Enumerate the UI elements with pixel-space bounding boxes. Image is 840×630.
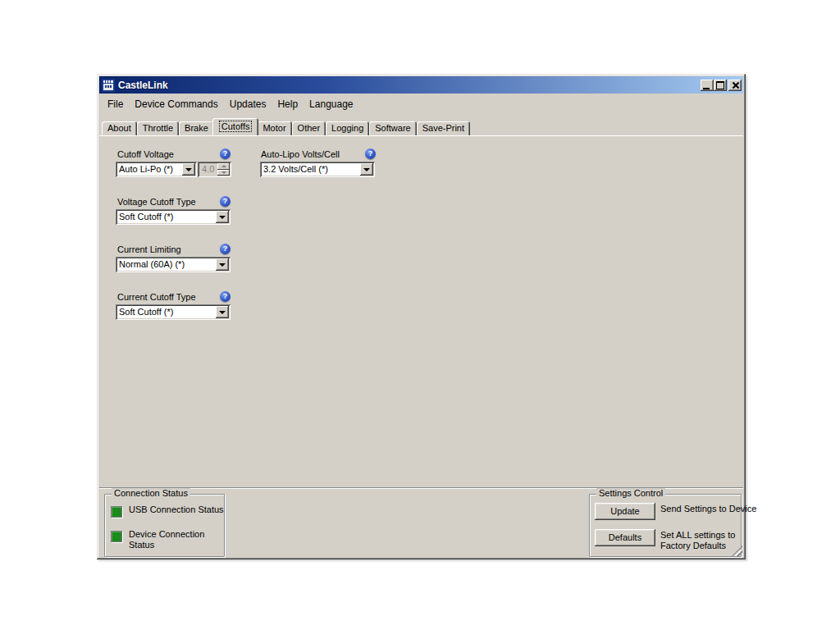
tab-brake[interactable]: Brake	[179, 121, 214, 135]
tab-other[interactable]: Other	[292, 121, 326, 135]
maximize-icon	[716, 81, 724, 89]
cutoff-voltage-help-icon[interactable]: ?	[220, 148, 231, 159]
current-cutoff-type-combo[interactable]: Soft Cutoff (*)	[116, 304, 231, 320]
current-limiting-dropdown-button[interactable]	[216, 258, 229, 271]
voltage-cutoff-type-label: Voltage Cutoff Type	[117, 197, 196, 207]
tab-about[interactable]: About	[102, 121, 137, 135]
defaults-description: Set ALL settings to Factory Defaults	[660, 530, 757, 551]
spinner-down-button[interactable]	[217, 170, 230, 176]
current-cutoff-type-value: Soft Cutoff (*)	[119, 307, 214, 317]
titlebar[interactable]: CastleLink	[99, 76, 743, 94]
current-cutoff-type-help-icon[interactable]: ?	[220, 291, 231, 302]
voltage-cutoff-type-dropdown-button[interactable]	[216, 211, 229, 223]
cutoff-voltage-combo[interactable]: Auto Li-Po (*)	[116, 162, 197, 177]
menu-updates[interactable]: Updates	[224, 96, 272, 112]
settings-control-group: Settings Control Update Send Settings to…	[589, 494, 742, 557]
close-button[interactable]	[728, 80, 742, 91]
tab-baseline	[99, 135, 743, 136]
menu-language[interactable]: Language	[304, 96, 358, 112]
minimize-icon	[703, 88, 710, 89]
tab-strip: About Throttle Brake Cutoffs Motor Other…	[102, 118, 741, 135]
chevron-down-icon	[185, 168, 192, 171]
device-connection-led	[111, 531, 122, 542]
window-title: CastleLink	[118, 80, 701, 91]
auto-lipo-help-icon[interactable]: ?	[365, 148, 376, 159]
tab-software[interactable]: Software	[369, 121, 416, 135]
arrow-down-icon	[221, 171, 226, 174]
castlelink-window: CastleLink File Device Commands Updates …	[97, 74, 746, 559]
spinner-up-button[interactable]	[217, 163, 230, 170]
connection-status-group: Connection Status USB Connection Status …	[104, 494, 225, 557]
tab-throttle[interactable]: Throttle	[137, 121, 179, 135]
spinner-buttons	[217, 163, 230, 176]
device-connection-label: Device Connection Status	[129, 529, 227, 550]
tab-cutoffs[interactable]: Cutoffs	[212, 118, 259, 135]
tab-motor[interactable]: Motor	[257, 121, 291, 135]
cutoff-voltage-dropdown-button[interactable]	[182, 163, 195, 176]
chevron-down-icon	[219, 216, 226, 219]
minimize-button[interactable]	[701, 80, 714, 91]
close-icon	[732, 81, 739, 89]
menu-bar: File Device Commands Updates Help Langua…	[99, 94, 743, 113]
update-description: Send Settings to Device	[660, 504, 757, 514]
update-button[interactable]: Update	[595, 503, 655, 520]
current-limiting-value: Normal (60A) (*)	[119, 259, 214, 269]
usb-connection-led	[111, 506, 122, 518]
current-limiting-combo[interactable]: Normal (60A) (*)	[116, 257, 231, 272]
voltage-cutoff-type-help-icon[interactable]: ?	[220, 196, 231, 207]
tab-cutoffs-label: Cutoffs	[220, 121, 252, 131]
tab-logging[interactable]: Logging	[326, 121, 369, 135]
current-limiting-help-icon[interactable]: ?	[220, 244, 231, 254]
cutoff-voltage-spinner-value: 4.0	[202, 164, 214, 174]
settings-control-title: Settings Control	[596, 488, 665, 498]
current-cutoff-type-label: Current Cutoff Type	[117, 292, 196, 302]
cutoff-voltage-value: Auto Li-Po (*)	[119, 164, 180, 174]
auto-lipo-label: Auto-Lipo Volts/Cell	[261, 149, 340, 159]
arrow-up-icon	[221, 165, 226, 167]
maximize-button[interactable]	[714, 80, 727, 91]
voltage-cutoff-type-value: Soft Cutoff (*)	[119, 212, 214, 221]
chevron-down-icon	[219, 263, 226, 267]
auto-lipo-value: 3.2 Volts/Cell (*)	[263, 164, 358, 174]
castlelink-app-icon	[102, 79, 115, 92]
defaults-button[interactable]: Defaults	[595, 529, 655, 546]
voltage-cutoff-type-combo[interactable]: Soft Cutoff (*)	[116, 209, 231, 225]
cutoff-voltage-label: Cutoff Voltage	[117, 149, 174, 159]
auto-lipo-dropdown-button[interactable]	[360, 163, 373, 176]
chevron-down-icon	[363, 168, 370, 171]
auto-lipo-combo[interactable]: 3.2 Volts/Cell (*)	[260, 162, 375, 177]
current-cutoff-type-dropdown-button[interactable]	[216, 306, 229, 318]
tab-save-print[interactable]: Save-Print	[417, 121, 470, 135]
usb-connection-label: USB Connection Status	[129, 504, 227, 515]
menu-device-commands[interactable]: Device Commands	[129, 96, 223, 112]
menu-file[interactable]: File	[102, 96, 129, 112]
connection-status-title: Connection Status	[112, 488, 190, 498]
chevron-down-icon	[219, 311, 226, 314]
current-limiting-label: Current Limiting	[117, 244, 181, 254]
cutoff-voltage-spinner: 4.0	[198, 162, 231, 177]
menu-help[interactable]: Help	[272, 96, 304, 112]
